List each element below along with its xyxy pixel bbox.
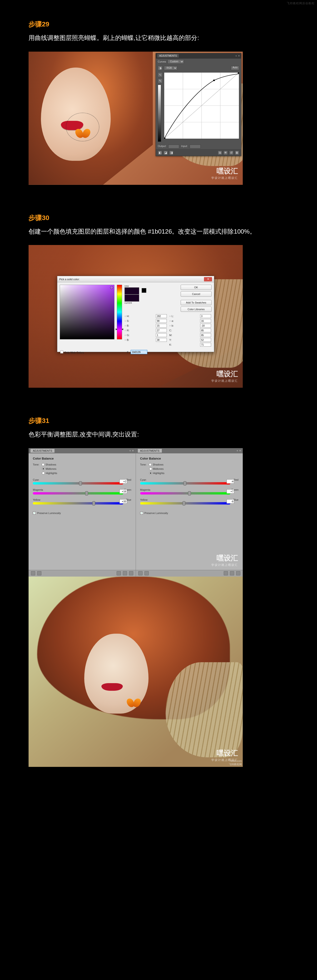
s-field[interactable] xyxy=(156,319,167,323)
menu-icon[interactable]: ≡ xyxy=(239,449,241,452)
reset-icon[interactable] xyxy=(123,571,127,575)
trash-icon[interactable]: 🗑 xyxy=(235,151,239,155)
c-label: C: xyxy=(169,329,198,332)
only-web-checkbox[interactable]: Only Web Colors xyxy=(60,350,84,354)
c-field[interactable] xyxy=(200,328,211,332)
target-adjust-icon[interactable]: ◑ xyxy=(158,66,162,70)
menu-icon[interactable]: ≡ xyxy=(238,54,240,57)
svg-rect-8 xyxy=(164,137,166,138)
m-field[interactable] xyxy=(200,333,211,337)
curves-channel-select[interactable]: RGB xyxy=(164,66,177,70)
curves-preset-select[interactable]: Custom xyxy=(167,59,184,64)
reset-icon[interactable] xyxy=(230,571,234,575)
clip-icon[interactable] xyxy=(31,571,35,575)
clip-icon[interactable] xyxy=(138,571,143,575)
hue-slider[interactable]: ▶◀ xyxy=(117,285,122,339)
midtones-radio[interactable]: Midtones xyxy=(42,468,56,470)
color-libraries-button[interactable]: Color Libraries xyxy=(181,307,212,312)
mg-value[interactable] xyxy=(226,489,234,493)
eye-icon[interactable] xyxy=(116,571,121,575)
l-label[interactable]: L: xyxy=(169,315,198,318)
g-field[interactable] xyxy=(156,333,167,337)
pencil-tool-icon[interactable]: ✎ xyxy=(158,78,162,83)
yb-value[interactable] xyxy=(226,499,234,504)
step-29: 步骤29 用曲线调整图层照亮蝴蝶。刷上的蝴蝶,让它稍微比越高的部分: ADJUS… xyxy=(29,20,288,185)
h-label[interactable]: H: xyxy=(124,315,154,318)
prev-icon[interactable] xyxy=(145,571,149,575)
trash-icon[interactable] xyxy=(129,571,133,575)
yellow-label: Yellow xyxy=(33,498,40,501)
r-field[interactable] xyxy=(156,328,167,332)
eye-icon[interactable] xyxy=(224,571,228,575)
eye-icon[interactable]: 👁 xyxy=(223,151,228,155)
bv-label[interactable]: B: xyxy=(124,339,154,341)
trash-icon[interactable] xyxy=(236,571,241,575)
bv-field[interactable] xyxy=(156,338,167,342)
prev-icon[interactable] xyxy=(37,571,41,575)
watermark: 嘿设汇 学设计就上嘿设汇 xyxy=(211,369,238,383)
midtones-radio[interactable]: Midtones xyxy=(149,468,164,470)
highlights-radio[interactable]: Highlights xyxy=(149,472,164,474)
shadows-radio[interactable]: Shadows xyxy=(41,463,56,466)
g-label[interactable]: G: xyxy=(124,334,154,337)
cyan-red-slider[interactable]: CyanRed xyxy=(33,478,131,485)
b2-label[interactable]: b: xyxy=(169,324,198,327)
tab-adjustments[interactable]: ADJUSTMENTS xyxy=(157,54,179,57)
magenta-green-slider[interactable]: MagentaGreen xyxy=(33,488,131,495)
k-field[interactable] xyxy=(200,343,211,347)
a-field[interactable] xyxy=(200,319,211,323)
menu-icon[interactable]: ≡ xyxy=(132,449,134,452)
eyedropper-white-icon[interactable]: ◨ xyxy=(169,151,174,155)
cr-value[interactable] xyxy=(226,479,234,484)
current-label: current xyxy=(124,302,139,304)
cr-value[interactable] xyxy=(119,479,127,484)
ok-button[interactable]: OK xyxy=(181,285,212,290)
portrait-illustration xyxy=(29,52,153,185)
reset-icon[interactable]: ↺ xyxy=(229,151,233,155)
step-header: 步骤31 xyxy=(29,416,288,425)
b-label[interactable]: B: xyxy=(124,324,154,327)
highlights-radio[interactable]: Highlights xyxy=(42,472,57,474)
r-label[interactable]: R: xyxy=(124,329,154,332)
y-field[interactable] xyxy=(200,338,211,342)
clip-icon[interactable]: ⧉ xyxy=(218,151,222,155)
mg-value[interactable] xyxy=(119,489,127,493)
watermark-logo: 嘿设汇 xyxy=(217,370,238,378)
s-label[interactable]: S: xyxy=(124,320,154,322)
collapse-icon[interactable]: « xyxy=(236,54,237,57)
magenta-green-slider[interactable]: MagentaGreen xyxy=(140,488,239,495)
step30-figure: Pick a solid color: ✕ ▶◀ new current xyxy=(29,245,243,388)
warning-swatch[interactable] xyxy=(142,288,147,293)
h-field[interactable] xyxy=(156,314,167,318)
collapse-icon[interactable]: « xyxy=(129,449,131,452)
a-label[interactable]: a: xyxy=(169,320,198,322)
curves-graph[interactable] xyxy=(164,72,239,139)
eyedropper-gray-icon[interactable]: ◪ xyxy=(164,151,168,155)
yb-value[interactable] xyxy=(119,499,127,504)
cyan-red-slider[interactable]: CyanRed xyxy=(140,478,239,485)
color-field[interactable] xyxy=(60,285,115,339)
yellow-blue-slider[interactable]: YellowBlue xyxy=(33,498,131,504)
panel-tabs: ADJUSTMENTS « ≡ xyxy=(156,53,241,59)
close-icon[interactable]: ✕ xyxy=(204,277,212,282)
hex-field[interactable] xyxy=(131,350,147,354)
l-field[interactable] xyxy=(200,314,211,318)
step-30: 步骤30 创建一个颜色填充图层的图层和选择的颜色 #1b0126。改变这一层模式… xyxy=(29,213,288,388)
input-field[interactable] xyxy=(190,145,201,148)
cancel-button[interactable]: Cancel xyxy=(181,291,212,297)
tab-adjustments[interactable]: ADJUSTMENTS xyxy=(30,449,54,453)
add-swatches-button[interactable]: Add To Swatches xyxy=(181,300,212,305)
preserve-luminosity-checkbox[interactable]: ✓Preserve Luminosity xyxy=(140,512,239,514)
b-field[interactable] xyxy=(156,324,167,328)
eyedropper-black-icon[interactable]: ◧ xyxy=(158,151,162,155)
auto-button[interactable]: Auto xyxy=(231,66,239,70)
collapse-icon[interactable]: « xyxy=(237,449,238,452)
curves-tools: ∿ ✎ xyxy=(158,72,162,142)
yellow-blue-slider[interactable]: YellowBlue xyxy=(140,498,239,504)
shadows-radio[interactable]: Shadows xyxy=(149,463,163,466)
tab-adjustments[interactable]: ADJUSTMENTS xyxy=(138,449,162,453)
b2-field[interactable] xyxy=(200,324,211,328)
preserve-luminosity-checkbox[interactable]: ✓Preserve Luminosity xyxy=(33,512,131,514)
output-field[interactable] xyxy=(168,145,179,148)
curve-tool-icon[interactable]: ∿ xyxy=(158,72,162,77)
